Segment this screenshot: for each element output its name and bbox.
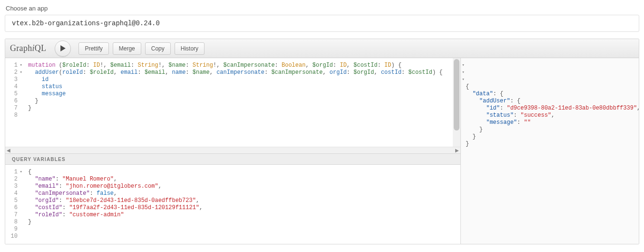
graphiql-logo-text: Graph [10, 43, 32, 53]
scrollbar-thumb[interactable] [454, 59, 459, 131]
merge-button[interactable]: Merge [113, 42, 141, 55]
query-variables-code[interactable]: { "name": "Manuel Romero", "email": "jho… [20, 165, 460, 244]
scroll-left-icon[interactable]: ◀ [5, 147, 12, 153]
execute-button[interactable] [55, 40, 71, 57]
query-gutter: 1▾2▾345678 [5, 58, 20, 147]
query-vertical-scrollbar[interactable] [453, 58, 460, 147]
graphiql-toolbar: GraphiQL Prettify Merge Copy History [5, 39, 639, 58]
query-variables-gutter: 1▾2345678910 [5, 165, 20, 244]
editor-column: 1▾2▾345678 mutation ($roleId: ID!, $emai… [5, 58, 461, 244]
result-viewer[interactable]: ▾▾▾ { "data": { "addUser": { "id": "d9ce… [461, 58, 639, 166]
history-button[interactable]: History [175, 42, 205, 55]
graphiql-logo-text-suffix: QL [35, 43, 47, 53]
copy-button[interactable]: Copy [145, 42, 171, 55]
query-variables-editor[interactable]: 1▾2345678910 { "name": "Manuel Romero", … [5, 165, 460, 244]
choose-app-label: Choose an app [6, 5, 639, 12]
query-editor[interactable]: 1▾2▾345678 mutation ($roleId: ID!, $emai… [5, 58, 460, 147]
play-icon [60, 45, 66, 52]
graphiql-container: GraphiQL Prettify Merge Copy History 1▾2… [5, 39, 639, 244]
result-column: ▾▾▾ { "data": { "addUser": { "id": "d9ce… [461, 58, 639, 244]
scroll-right-icon[interactable]: ▶ [454, 147, 460, 153]
result-code: { "data": { "addUser": { "id": "d9ce9398… [466, 83, 636, 148]
graphiql-panels: 1▾2▾345678 mutation ($roleId: ID!, $emai… [5, 58, 639, 244]
result-fold-gutter: ▾▾▾ [461, 62, 466, 126]
query-code[interactable]: mutation ($roleId: ID!, $email: String!,… [20, 58, 453, 147]
query-variables-header[interactable]: Query Variables [5, 153, 460, 165]
app-select-input[interactable] [5, 15, 639, 32]
query-horizontal-scrollbar[interactable]: ◀ ▶ [5, 147, 460, 153]
prettify-button[interactable]: Prettify [78, 42, 108, 55]
graphiql-logo: GraphiQL [10, 43, 46, 53]
